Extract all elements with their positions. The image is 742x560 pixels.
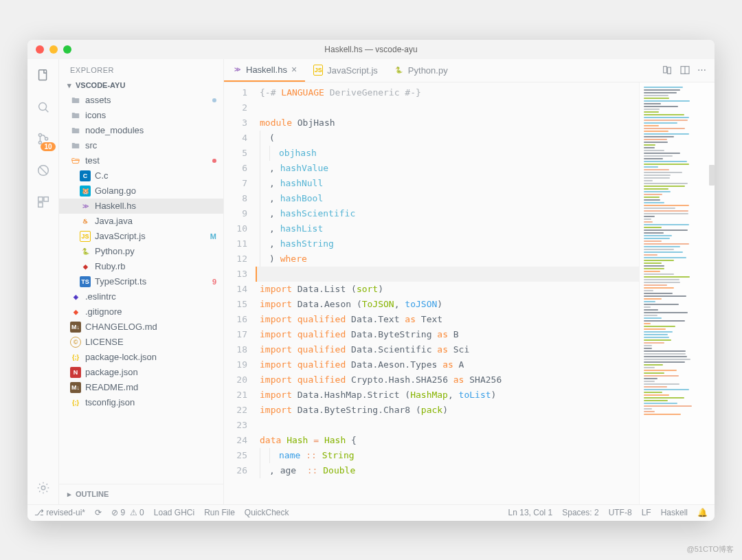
tree-row-src[interactable]: src xyxy=(59,138,223,153)
svg-point-1 xyxy=(38,102,46,110)
tree-row--gitignore[interactable]: ◆.gitignore xyxy=(59,304,223,320)
file-label: TypeScript.ts xyxy=(95,276,212,287)
file-label: node_modules xyxy=(85,125,216,135)
file-icon: © xyxy=(70,337,81,348)
tree-row-package-lock-json[interactable]: {;}package-lock.json xyxy=(59,350,223,365)
status-bar: ⎇ revised-ui* ⟳ ⊘ 9 ⚠ 0 Load GHCi Run Fi… xyxy=(27,504,715,521)
tree-row-tsconfig-json[interactable]: {;}tsconfig.json xyxy=(59,395,223,410)
cursor-position[interactable]: Ln 13, Col 1 xyxy=(508,508,553,517)
extensions-icon[interactable] xyxy=(34,192,53,212)
tree-row-license[interactable]: ©LICENSE xyxy=(59,335,223,350)
sidebar-title: EXPLORER xyxy=(59,59,223,78)
search-icon[interactable] xyxy=(34,98,53,117)
folder-header[interactable]: ▾ VSCODE-AYU xyxy=(59,78,223,93)
activity-bar: 10 xyxy=(27,59,59,504)
file-icon xyxy=(70,110,81,121)
git-branch[interactable]: ⎇ revised-ui* xyxy=(34,508,85,517)
traffic-lights xyxy=(36,45,71,54)
file-icon: ◆ xyxy=(70,306,81,317)
minimize-window-icon[interactable] xyxy=(49,45,58,54)
more-icon[interactable]: ⋯ xyxy=(697,65,706,76)
split-editor-icon[interactable] xyxy=(679,65,690,76)
outline-label: OUTLINE xyxy=(76,490,109,498)
encoding[interactable]: UTF-8 xyxy=(609,508,632,517)
tab-actions: ⋯ xyxy=(662,65,715,76)
debug-icon[interactable] xyxy=(34,161,53,180)
svg-rect-10 xyxy=(38,202,42,206)
tree-row--eslintrc[interactable]: ◈.eslintrc xyxy=(59,289,223,304)
svg-rect-13 xyxy=(668,67,671,74)
modified-badge: M xyxy=(210,232,216,240)
close-tab-icon[interactable]: × xyxy=(291,64,297,75)
file-icon xyxy=(70,95,81,106)
tree-row-node-modules[interactable]: node_modules xyxy=(59,123,223,138)
tree-row-javascript-js[interactable]: JSJavaScript.jsM xyxy=(59,229,223,244)
file-label: C.c xyxy=(95,170,216,181)
file-label: Ruby.rb xyxy=(95,261,216,271)
language-mode[interactable]: Haskell xyxy=(661,508,688,517)
file-icon: ♨ xyxy=(80,216,91,227)
watermark: @51CTO博客 xyxy=(687,544,734,555)
tree-row-haskell-hs[interactable]: ≫Haskell.hs xyxy=(59,199,223,214)
dot-badge xyxy=(212,98,216,102)
outline-header[interactable]: ▸ OUTLINE xyxy=(59,484,223,504)
tree-row-icons[interactable]: icons xyxy=(59,108,223,123)
file-label: LICENSE xyxy=(85,337,216,347)
file-icon: {;} xyxy=(70,397,81,408)
file-label: JavaScript.js xyxy=(95,231,210,241)
compare-changes-icon[interactable] xyxy=(662,65,673,76)
tree-row-ruby-rb[interactable]: ◆Ruby.rb xyxy=(59,259,223,274)
file-icon: C xyxy=(80,170,91,181)
tree-row-java-java[interactable]: ♨Java.java xyxy=(59,214,223,229)
editor-area: ≫Haskell.hs×JSJavaScript.js🐍Python.py ⋯ … xyxy=(224,59,715,504)
tree-row-typescript-ts[interactable]: TSTypeScript.ts9 xyxy=(59,274,223,289)
tab-label: Python.py xyxy=(408,65,448,76)
sidebar: EXPLORER ▾ VSCODE-AYU assetsiconsnode_mo… xyxy=(59,59,224,504)
tree-row-c-c[interactable]: CC.c xyxy=(59,168,223,183)
bell-icon[interactable]: 🔔 xyxy=(697,508,708,517)
line-gutter: 1234567891011121314151617181920212223242… xyxy=(224,82,256,504)
file-icon: ◈ xyxy=(70,291,81,302)
file-label: package.json xyxy=(85,367,216,377)
explorer-icon[interactable] xyxy=(34,66,53,85)
chevron-down-icon: ▾ xyxy=(67,81,71,90)
tree-row-assets[interactable]: assets xyxy=(59,93,223,108)
close-window-icon[interactable] xyxy=(36,45,44,54)
tree-row-package-json[interactable]: Npackage.json xyxy=(59,365,223,380)
file-label: src xyxy=(85,140,216,150)
file-icon: {;} xyxy=(70,352,81,363)
maximize-window-icon[interactable] xyxy=(63,45,71,54)
tree-row-golang-go[interactable]: 🐹Golang.go xyxy=(59,183,223,199)
tab-javascript-js[interactable]: JSJavaScript.js xyxy=(305,59,386,82)
window-title: Haskell.hs — vscode-ayu xyxy=(27,45,715,54)
tab-haskell-hs[interactable]: ≫Haskell.hs× xyxy=(224,59,305,82)
tree-row-python-py[interactable]: 🐍Python.py xyxy=(59,244,223,259)
minimap[interactable] xyxy=(639,82,715,504)
indentation[interactable]: Spaces: 2 xyxy=(562,508,598,517)
tree-row-test[interactable]: test xyxy=(59,153,223,168)
svg-point-11 xyxy=(41,486,45,490)
titlebar[interactable]: Haskell.hs — vscode-ayu xyxy=(27,40,715,59)
svg-point-4 xyxy=(38,141,41,144)
settings-icon[interactable] xyxy=(34,478,53,497)
sync-icon[interactable]: ⟳ xyxy=(95,508,102,517)
scm-icon[interactable]: 10 xyxy=(34,129,53,148)
status-load-ghci[interactable]: Load GHCi xyxy=(154,508,194,517)
tree-row-changelog-md[interactable]: M↓CHANGELOG.md xyxy=(59,320,223,335)
tree-row-readme-md[interactable]: M↓README.md xyxy=(59,380,223,395)
tab-python-py[interactable]: 🐍Python.py xyxy=(386,59,456,82)
eol[interactable]: LF xyxy=(642,508,651,517)
chevron-right-icon: ▸ xyxy=(67,490,71,499)
file-icon: ◆ xyxy=(80,261,91,272)
svg-line-2 xyxy=(45,109,48,112)
status-run-file[interactable]: Run File xyxy=(204,508,235,517)
status-quickcheck[interactable]: QuickCheck xyxy=(245,508,289,517)
problems[interactable]: ⊘ 9 ⚠ 0 xyxy=(111,508,144,517)
tab-label: JavaScript.js xyxy=(327,65,378,76)
minimap-viewport[interactable] xyxy=(709,165,715,186)
code-editor[interactable]: 1234567891011121314151617181920212223242… xyxy=(224,82,639,504)
code-lines: {-# LANGUAGE DeriveGeneric #-}module Obj… xyxy=(256,82,639,504)
file-label: Haskell.hs xyxy=(95,201,216,211)
file-label: Python.py xyxy=(95,246,216,256)
file-label: package-lock.json xyxy=(85,352,216,362)
